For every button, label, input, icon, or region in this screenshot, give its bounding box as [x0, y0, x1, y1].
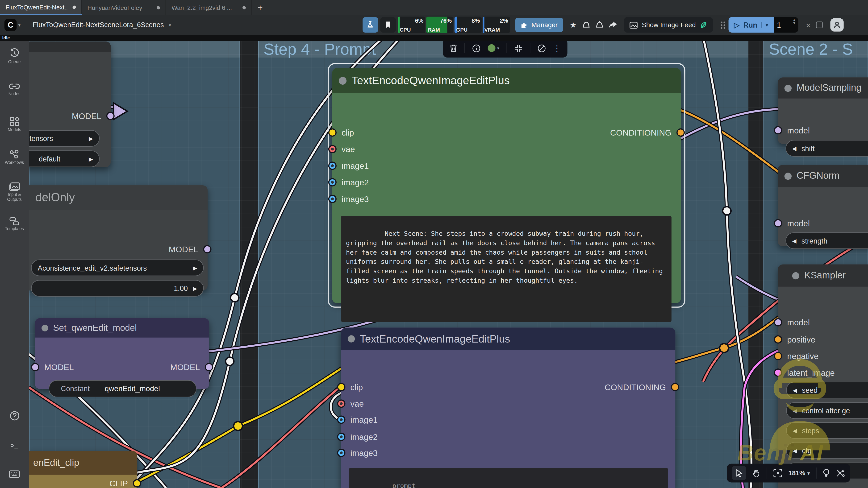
sidebar-item-inputs-outputs[interactable]: Input & Outputs: [0, 182, 29, 202]
comfyui-logo[interactable]: C: [4, 19, 17, 31]
lightbulb-icon[interactable]: [823, 469, 830, 478]
image3-input[interactable]: image3: [328, 194, 369, 203]
combo-next-icon[interactable]: ▶: [193, 285, 197, 291]
lora-name-widget[interactable]: Aconsistence_edit_v2.safetensors ▶: [31, 260, 204, 276]
image3-input[interactable]: image3: [337, 448, 378, 458]
zoom-level-control[interactable]: 181% ▾: [788, 469, 810, 477]
conditioning-port[interactable]: [671, 383, 679, 391]
select-tool-button[interactable]: [732, 466, 746, 480]
combo-next-icon[interactable]: ▶: [193, 265, 197, 271]
vae-input[interactable]: vae: [328, 144, 355, 154]
model-port[interactable]: [774, 318, 782, 326]
node-set-qwenedit-clip[interactable]: enEdit_clip CLIP: [29, 451, 137, 488]
collapse-node-icon[interactable]: [514, 44, 522, 52]
sidebar-item-models[interactable]: Models: [0, 116, 29, 132]
bypass-node-icon[interactable]: [537, 44, 546, 52]
logo-menu-chevron-icon[interactable]: ▾: [18, 22, 20, 27]
clip-port[interactable]: [337, 383, 345, 391]
sidebar-item-nodes[interactable]: Nodes: [0, 82, 29, 96]
loader-ckpt-widget[interactable]: etensors ▶: [29, 130, 99, 147]
show-image-feed-button[interactable]: Show Image Feed: [624, 17, 713, 33]
info-icon[interactable]: [472, 44, 480, 52]
run-options-chevron-icon[interactable]: ▾: [761, 22, 768, 28]
combo-next-icon[interactable]: ▶: [89, 135, 93, 141]
conditioning-port[interactable]: [774, 352, 782, 360]
model-port[interactable]: [203, 245, 211, 253]
count-down-icon[interactable]: ▾: [793, 22, 795, 25]
share-icon[interactable]: [607, 21, 619, 29]
run-button[interactable]: ▷ Run ▾: [728, 17, 774, 33]
clip-port[interactable]: [328, 128, 337, 136]
clip-output[interactable]: CLIP: [110, 478, 141, 488]
image-port[interactable]: [337, 448, 345, 457]
sidebar-terminal-button[interactable]: >_: [0, 442, 29, 449]
strength-widget[interactable]: ◀ strength: [785, 232, 868, 249]
set-model-constant-widget[interactable]: Constant qwenEdit_model: [49, 380, 197, 397]
notification-icon[interactable]: [580, 21, 592, 30]
image-port[interactable]: [328, 178, 337, 186]
model-input[interactable]: model: [774, 218, 810, 228]
run-count-stepper[interactable]: 1 ▴ ▾: [774, 17, 798, 33]
prompt-textarea[interactable]: prompt: [349, 468, 668, 488]
node-set-qwenedit-model[interactable]: Set_qwenEdit_model MODEL MODEL Constant …: [35, 318, 209, 389]
loader-dtype-widget[interactable]: default ▶: [29, 151, 99, 167]
clip-port[interactable]: [133, 479, 141, 487]
combo-prev-icon[interactable]: ◀: [793, 448, 797, 454]
combo-prev-icon[interactable]: ◀: [793, 427, 797, 433]
negative-input[interactable]: negative: [774, 351, 818, 361]
image1-input[interactable]: image1: [328, 161, 369, 170]
node-lora-model-only[interactable]: delOnly MODEL Aconsistence_edit_v2.safet…: [29, 185, 208, 290]
clear-queue-button[interactable]: ×: [806, 20, 811, 30]
combo-prev-icon[interactable]: ◀: [793, 387, 797, 393]
prompt-textarea[interactable]: Next Scene: She steps into a crowded sub…: [341, 216, 672, 322]
combo-next-icon[interactable]: ▶: [89, 156, 93, 162]
model-input[interactable]: model: [774, 317, 810, 327]
group-title[interactable]: Step 4 - Prompt: [264, 41, 376, 59]
node-loader[interactable]: MODEL etensors ▶ default ▶: [29, 41, 111, 167]
sidebar-help-button[interactable]: [0, 411, 29, 421]
latent-image-input[interactable]: latent_image: [774, 367, 835, 377]
image-port[interactable]: [337, 415, 345, 423]
star-favorites-icon[interactable]: ★: [567, 21, 579, 30]
sidebar-item-queue[interactable]: Queue: [0, 48, 29, 64]
sidebar-item-workflows[interactable]: Workflows: [0, 150, 29, 165]
node-canvas[interactable]: Step 4 - Prompt Scene 2 - S: [29, 41, 868, 488]
steps-widget[interactable]: ◀ steps: [786, 422, 868, 439]
model-port[interactable]: [205, 363, 213, 371]
lora-model-output[interactable]: MODEL: [168, 244, 212, 254]
set-model-output[interactable]: MODEL: [170, 362, 213, 372]
image-port[interactable]: [328, 161, 337, 169]
seed-widget[interactable]: ◀ seed: [786, 382, 868, 398]
shift-widget[interactable]: ◀ shift: [785, 140, 868, 157]
model-port[interactable]: [774, 126, 782, 134]
combo-prev-icon[interactable]: ◀: [792, 145, 796, 151]
control-after-generate-widget[interactable]: ◀ control after ge: [786, 402, 868, 419]
loader-model-output[interactable]: MODEL: [72, 110, 115, 121]
stop-button[interactable]: [816, 22, 823, 28]
node-model-sampling[interactable]: ModelSampling model ◀ shift: [778, 77, 868, 144]
model-port[interactable]: [31, 363, 39, 371]
node-ksampler[interactable]: KSampler model positive negative latent: [778, 264, 868, 488]
tab-flux-workflow[interactable]: FluxToQwenEdit-Next...: [0, 0, 82, 15]
new-tab-button[interactable]: +: [252, 0, 269, 15]
vae-port[interactable]: [337, 399, 345, 408]
bookmark-button[interactable]: [380, 17, 396, 33]
node-color-picker[interactable]: ▾: [488, 44, 499, 52]
image-port[interactable]: [337, 432, 345, 441]
sidebar-item-templates[interactable]: Templates: [0, 217, 29, 231]
group-title[interactable]: Scene 2 - S: [769, 41, 853, 59]
conditioning-output[interactable]: CONDITIONING: [610, 127, 685, 137]
conditioning-port[interactable]: [774, 335, 782, 343]
node-text-encode-top[interactable]: TextEncodeQwenImageEditPlus clip vae ima…: [332, 68, 681, 303]
sidebar-shortcuts-button[interactable]: [0, 470, 29, 478]
vae-port[interactable]: [328, 145, 337, 153]
notification-alt-icon[interactable]: [594, 21, 606, 30]
tab-wan[interactable]: Wan_2.2_img2vid 6 ...: [166, 0, 252, 15]
manager-button[interactable]: Manager: [516, 18, 563, 32]
positive-input[interactable]: positive: [774, 334, 815, 344]
image-port[interactable]: [328, 195, 337, 203]
clip-input[interactable]: clip: [328, 127, 354, 137]
workflow-name[interactable]: FluxToQwenEdit-NextSceneLora_6Scenes ▾: [33, 21, 171, 29]
latent-port[interactable]: [774, 368, 782, 377]
model-port[interactable]: [774, 219, 782, 227]
